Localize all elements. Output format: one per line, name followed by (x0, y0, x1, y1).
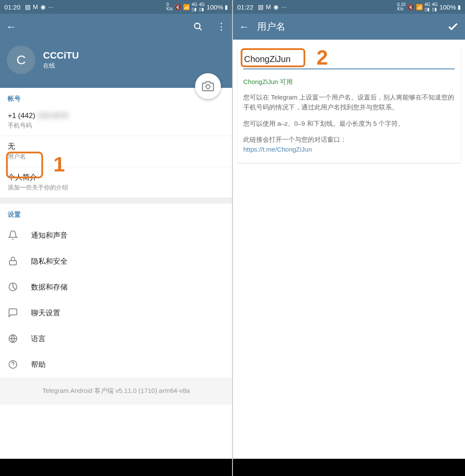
confirm-button[interactable] (447, 21, 459, 33)
clock: 01:20 (4, 3, 21, 11)
svg-point-2 (206, 85, 210, 89)
username-row[interactable]: 无 用户名 (0, 136, 232, 167)
status-icons-right: 0.10 K/s 🔇 📶 4G▯▮ 4G▯▮ 100% ▮ (397, 2, 461, 12)
4g-icon-1: 4G▯▮ (192, 2, 197, 12)
username-link[interactable]: https://t.me/ChongZiJun (243, 146, 312, 153)
phone-number-blurred: 234-5678 (37, 112, 68, 120)
status-bar: 01:22 ▧ M ◉ ··· 0.10 K/s 🔇 📶 4G▯▮ 4G▯▮ 1… (233, 0, 465, 14)
username-value: 无 (8, 141, 224, 151)
username-form: 2 ChongZiJun 可用 您可以在 Telegram 上设置一个用户名。设… (233, 40, 465, 459)
mute-icon: 🔇 (407, 4, 414, 10)
camera-button[interactable] (195, 73, 221, 99)
desc-3: 此链接会打开一个与您的对话窗口： https://t.me/ChongZiJun (243, 134, 455, 155)
phone-label: 手机号码 (8, 122, 224, 130)
chat-bubble-icon (8, 308, 20, 318)
more-icon: ··· (281, 3, 286, 10)
4g-icon-1: 4G▯▮ (425, 2, 430, 12)
battery-pct: 100% (440, 3, 456, 11)
app-version: Telegram Android 客户端 v5.11.0 (1710) arm6… (0, 377, 232, 404)
setting-label: 帮助 (31, 360, 46, 370)
mail-icon: M (33, 3, 38, 10)
settings-section: 设置 通知和声音 隐私和安全 数据和存储 聊天设置 (0, 204, 232, 377)
desc-1: 您可以在 Telegram 上设置一个用户名。设置后，别人将能够在不知道您的手机… (243, 92, 455, 112)
4g-icon-2: 4G▯▮ (199, 2, 205, 12)
desc-3-text: 此链接会打开一个与您的对话窗口： (243, 136, 347, 143)
image-icon: ▧ (258, 3, 264, 10)
pie-icon (8, 282, 20, 292)
battery-icon: ▮ (458, 4, 461, 10)
bio-row[interactable]: 个人简介 添加一些关于你的介绍 (0, 167, 232, 198)
mail-icon: M (266, 3, 271, 10)
desc-2: 您可以使用 a–z、0–9 和下划线。最小长度为 5 个字符。 (243, 118, 455, 128)
more-menu-button[interactable]: ⋮ (217, 21, 226, 32)
annotation-1-label: 1 (53, 152, 65, 176)
setting-privacy[interactable]: 隐私和安全 (0, 248, 232, 274)
profile-status: 在线 (43, 62, 79, 70)
bio-title: 个人简介 (8, 172, 224, 182)
globe-icon (8, 333, 20, 344)
net-speed: 0.10 K/s (397, 3, 405, 11)
status-icons-right: 0 K/s 🔇 📶 4G▯▮ 4G▯▮ 100% ▮ (166, 2, 228, 12)
appbar-title: 用户名 (257, 20, 439, 33)
svg-rect-3 (9, 261, 16, 265)
battery-icon: ▮ (225, 4, 228, 10)
image-icon: ▧ (25, 3, 31, 10)
lock-icon (8, 256, 20, 266)
phone-left-settings: 01:20 ▧ M ◉ ··· 0 K/s 🔇 📶 4G▯▮ 4G▯▮ 100%… (0, 0, 232, 476)
search-button[interactable] (193, 22, 203, 31)
phone-number-prefix: +1 (442) (8, 112, 35, 120)
back-button[interactable]: ← (6, 21, 16, 33)
bio-sub: 添加一些关于你的介绍 (8, 184, 224, 192)
annotation-2-label: 2 (316, 46, 328, 69)
nav-bar (233, 459, 465, 476)
svg-point-0 (195, 23, 200, 29)
app-bar: ← ⋮ (0, 14, 232, 40)
back-button[interactable]: ← (239, 21, 249, 33)
avatar[interactable]: C (7, 46, 35, 74)
chat-icon: ◉ (40, 3, 46, 10)
settings-section-title: 设置 (0, 204, 232, 222)
phone-row[interactable]: +1 (442) 234-5678 手机号码 (0, 106, 232, 136)
4g-icon-2: 4G▯▮ (432, 2, 437, 12)
setting-data[interactable]: 数据和存储 (0, 274, 232, 300)
setting-label: 语言 (31, 334, 46, 344)
setting-label: 隐私和安全 (31, 256, 68, 266)
setting-chat[interactable]: 聊天设置 (0, 300, 232, 326)
username-input[interactable] (243, 52, 455, 69)
net-speed: 0 K/s (166, 3, 172, 11)
setting-notifications[interactable]: 通知和声音 (0, 222, 232, 248)
status-icons-left: ▧ M ◉ ··· (25, 3, 53, 10)
account-section: 帐号 +1 (442) 234-5678 手机号码 无 用户名 个人简介 添加一… (0, 88, 232, 198)
wifi-icon: 📶 (183, 4, 190, 10)
svg-line-1 (199, 28, 202, 31)
chat-icon: ◉ (273, 3, 279, 10)
bell-icon (8, 230, 20, 240)
availability-text: ChongZiJun 可用 (243, 78, 455, 86)
setting-help[interactable]: 帮助 (0, 352, 232, 377)
profile-name: CCCiTU (43, 50, 79, 61)
username-label: 用户名 (8, 153, 224, 161)
mute-icon: 🔇 (174, 4, 181, 10)
setting-label: 通知和声音 (31, 230, 68, 240)
nav-bar (0, 459, 232, 476)
more-icon: ··· (48, 3, 53, 10)
wifi-icon: 📶 (416, 4, 423, 10)
setting-label: 聊天设置 (31, 308, 60, 318)
status-bar: 01:20 ▧ M ◉ ··· 0 K/s 🔇 📶 4G▯▮ 4G▯▮ 100%… (0, 0, 232, 14)
battery-pct: 100% (207, 3, 223, 11)
help-icon (8, 359, 20, 370)
status-icons-left: ▧ M ◉ ··· (258, 3, 286, 10)
profile-header: C CCCiTU 在线 (0, 40, 232, 88)
app-bar-username: ← 用户名 (233, 14, 465, 40)
setting-label: 数据和存储 (31, 282, 68, 292)
phone-right-username: 01:22 ▧ M ◉ ··· 0.10 K/s 🔇 📶 4G▯▮ 4G▯▮ 1… (233, 0, 465, 476)
setting-language[interactable]: 语言 (0, 326, 232, 352)
section-divider (0, 198, 232, 204)
clock: 01:22 (237, 3, 254, 11)
